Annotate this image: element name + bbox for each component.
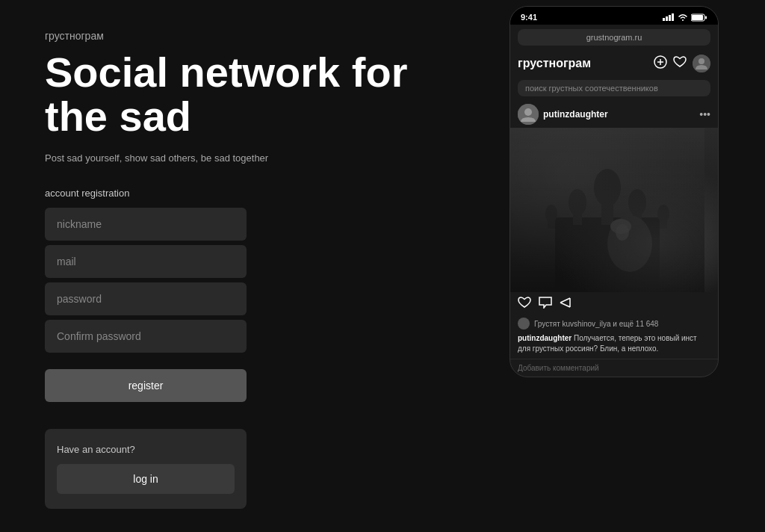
tagline: Social network for the sad xyxy=(45,51,418,139)
svg-rect-0 xyxy=(663,18,665,21)
url-bar[interactable]: grustnogram.ru xyxy=(518,29,710,46)
app-header-icons xyxy=(654,55,710,72)
have-account-box: Have an account? log in xyxy=(45,429,247,509)
likes-row: Грустят kuvshinov_ilya и ещё 11 648 xyxy=(510,316,718,332)
status-icons xyxy=(663,13,707,22)
caption-row: putinzdaughter Получается, теперь это но… xyxy=(510,332,718,356)
share-action-icon[interactable] xyxy=(560,297,573,312)
caption-username: putinzdaughter xyxy=(518,334,572,342)
battery-icon xyxy=(691,13,707,22)
post-more-button[interactable]: ••• xyxy=(699,108,710,120)
svg-rect-6 xyxy=(705,16,707,19)
svg-rect-17 xyxy=(573,202,582,225)
subtitle: Post sad yourself, show sad others, be s… xyxy=(45,152,418,164)
signal-icon xyxy=(663,13,675,21)
app-name: грустнограм xyxy=(45,30,418,42)
svg-point-27 xyxy=(616,224,629,241)
svg-rect-1 xyxy=(666,16,668,21)
likes-avatar xyxy=(518,318,530,330)
comment-input-area[interactable]: Добавить комментарий xyxy=(510,359,718,377)
svg-rect-3 xyxy=(672,13,674,21)
have-account-text: Have an account? xyxy=(57,444,135,455)
svg-rect-21 xyxy=(548,214,555,229)
post-header: putinzdaughter ••• xyxy=(510,101,718,128)
post-actions xyxy=(510,292,718,316)
app-header: грустнограм xyxy=(510,50,718,77)
likes-text: Грустят kuvshinov_ilya и ещё 11 648 xyxy=(534,320,658,328)
registration-form xyxy=(45,208,418,353)
heart-icon[interactable] xyxy=(673,56,687,71)
svg-rect-15 xyxy=(601,188,613,225)
post-user: putinzdaughter xyxy=(518,104,608,125)
comment-action-icon[interactable] xyxy=(539,297,552,312)
post-image-svg xyxy=(510,128,704,292)
svg-rect-5 xyxy=(692,15,703,20)
register-button[interactable]: register xyxy=(45,369,247,402)
nickname-input[interactable] xyxy=(45,208,247,241)
right-panel: 9:41 xyxy=(463,0,765,532)
add-icon[interactable] xyxy=(654,55,667,72)
svg-point-11 xyxy=(524,108,532,116)
password-input[interactable] xyxy=(45,282,247,315)
svg-point-9 xyxy=(699,58,704,64)
time: 9:41 xyxy=(521,13,537,22)
svg-rect-23 xyxy=(660,214,667,229)
svg-rect-2 xyxy=(669,15,671,21)
phone-frame: 9:41 xyxy=(510,6,719,377)
post-image xyxy=(510,128,718,292)
mail-input[interactable] xyxy=(45,245,247,278)
user-avatar xyxy=(518,104,539,125)
post-username: putinzdaughter xyxy=(543,109,608,120)
confirm-password-input[interactable] xyxy=(45,320,247,353)
wifi-icon xyxy=(678,13,688,21)
status-bar: 9:41 xyxy=(510,7,718,25)
left-panel: грустнограм Social network for the sad P… xyxy=(0,0,463,532)
like-action-icon[interactable] xyxy=(518,297,531,312)
login-button[interactable]: log in xyxy=(57,464,235,494)
section-title: account registration xyxy=(45,188,418,199)
search-bar[interactable]: поиск грустных соотечественников xyxy=(518,80,710,96)
avatar[interactable] xyxy=(693,55,710,72)
app-header-title: грустнограм xyxy=(518,57,591,70)
